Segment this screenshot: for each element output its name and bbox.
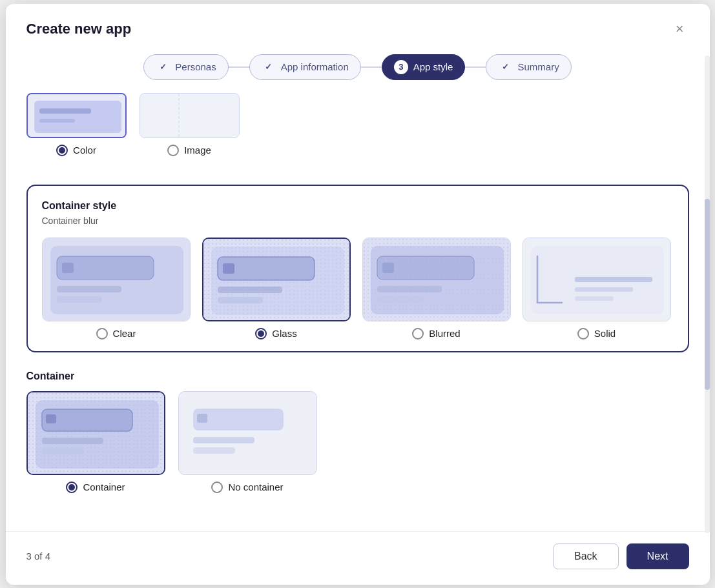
step-connector-2: [361, 66, 382, 68]
container-style-title: Container style: [42, 200, 674, 212]
svg-rect-1: [34, 101, 121, 133]
blur-options: Clear: [42, 238, 674, 340]
stepper: ✓ Personas ✓ App information 3 App style…: [6, 49, 710, 93]
bg-color-label[interactable]: Color: [56, 145, 96, 156]
svg-rect-48: [193, 447, 235, 454]
step-app-information-icon: ✓: [262, 60, 276, 74]
container-container-radio[interactable]: [66, 482, 78, 493]
svg-rect-20: [218, 297, 263, 303]
blur-option-clear: Clear: [42, 238, 191, 340]
svg-rect-11: [57, 296, 102, 303]
svg-rect-43: [42, 448, 84, 454]
svg-rect-29: [377, 296, 422, 303]
svg-rect-49: [197, 414, 207, 423]
container-label: Container: [26, 370, 689, 382]
container-option-container: Container: [26, 391, 165, 493]
back-button[interactable]: Back: [553, 543, 619, 569]
container-options: Container: [26, 391, 689, 493]
step-connector-1: [229, 66, 249, 68]
svg-rect-4: [140, 94, 240, 138]
modal-footer: 3 of 4 Back Next: [6, 531, 710, 585]
step-app-information-label: App information: [281, 61, 349, 72]
step-app-information[interactable]: ✓ App information: [249, 54, 361, 80]
blur-glass-radio[interactable]: [255, 328, 267, 340]
blur-blurred-label[interactable]: Blurred: [412, 328, 460, 340]
next-button[interactable]: Next: [627, 543, 689, 569]
blur-clear-label[interactable]: Clear: [96, 328, 136, 340]
svg-rect-33: [575, 277, 652, 282]
container-option-no-container: No container: [178, 391, 317, 493]
blur-option-glass: Glass: [202, 238, 351, 340]
bg-option-image: Image: [140, 93, 240, 156]
scroll-content: Color Image Container style Container: [6, 93, 710, 531]
svg-rect-30: [382, 263, 394, 273]
footer-buttons: Back Next: [553, 543, 689, 569]
blur-option-solid: Solid: [523, 238, 671, 340]
svg-rect-21: [223, 263, 234, 274]
step-personas-label: Personas: [175, 61, 216, 72]
svg-rect-34: [575, 287, 633, 292]
modal-header: Create new app ×: [6, 4, 710, 49]
step-summary[interactable]: ✓ Summary: [486, 54, 571, 80]
svg-rect-19: [218, 287, 282, 293]
svg-rect-2: [39, 108, 91, 114]
container-no-container-label[interactable]: No container: [211, 482, 283, 493]
container-section: Container: [26, 370, 689, 493]
step-summary-label: Summary: [517, 61, 559, 72]
blur-thumb-glass[interactable]: [202, 238, 351, 321]
step-personas[interactable]: ✓ Personas: [143, 54, 228, 80]
svg-rect-42: [42, 438, 103, 444]
bg-thumb-image[interactable]: [140, 93, 240, 138]
bg-option-color: Color: [26, 93, 127, 156]
bg-image-radio[interactable]: [167, 145, 179, 156]
step-personas-icon: ✓: [156, 60, 170, 74]
step-app-style[interactable]: 3 App style: [382, 54, 466, 80]
step-app-style-label: App style: [413, 61, 453, 72]
container-blur-label: Container blur: [42, 216, 674, 226]
create-new-app-modal: Create new app × ✓ Personas ✓ App inform…: [6, 4, 710, 585]
step-summary-icon: ✓: [498, 60, 512, 74]
svg-rect-35: [575, 296, 614, 301]
bg-image-label[interactable]: Image: [167, 145, 211, 156]
blur-solid-radio[interactable]: [577, 328, 589, 340]
blur-blurred-radio[interactable]: [412, 328, 424, 340]
svg-rect-47: [193, 437, 254, 443]
container-thumb-container[interactable]: [26, 391, 165, 475]
container-container-label[interactable]: Container: [66, 482, 125, 493]
container-style-section: Container style Container blur: [26, 185, 689, 352]
blur-thumb-clear[interactable]: [42, 238, 191, 321]
container-no-container-radio[interactable]: [211, 482, 223, 493]
blur-thumb-solid[interactable]: [523, 238, 671, 321]
svg-rect-28: [377, 286, 442, 292]
container-thumb-no-container[interactable]: [178, 391, 317, 475]
blur-thumb-blurred[interactable]: [362, 238, 511, 321]
svg-rect-45: [179, 392, 317, 475]
step-connector-3: [465, 66, 486, 68]
close-button[interactable]: ×: [670, 19, 689, 39]
step-app-style-icon: 3: [394, 60, 408, 74]
svg-rect-10: [57, 286, 121, 292]
bg-thumb-color[interactable]: [26, 93, 127, 138]
background-type-section: Color Image: [26, 93, 689, 167]
blur-solid-label[interactable]: Solid: [577, 328, 616, 340]
bg-color-radio[interactable]: [56, 145, 68, 156]
scroll-thumb[interactable]: [705, 199, 710, 390]
blur-option-blurred: Blurred: [362, 238, 511, 340]
blur-glass-label[interactable]: Glass: [255, 328, 296, 340]
svg-rect-12: [62, 263, 74, 273]
svg-rect-44: [46, 414, 56, 423]
blur-clear-radio[interactable]: [96, 328, 108, 340]
page-indicator: 3 of 4: [26, 551, 51, 562]
scroll-track: [705, 56, 710, 533]
modal-title: Create new app: [26, 21, 132, 37]
svg-rect-3: [39, 119, 75, 123]
